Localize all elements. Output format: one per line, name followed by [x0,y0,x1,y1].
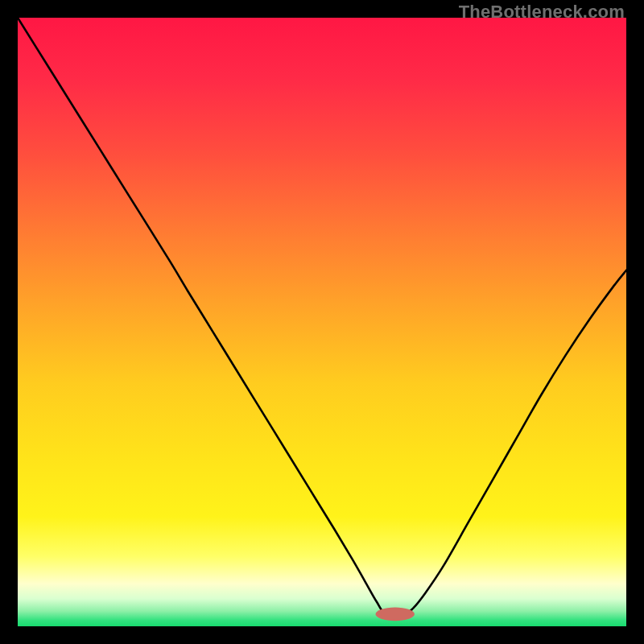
attribution-text: TheBottleneck.com [459,2,625,23]
chart-frame [18,18,626,626]
bottleneck-chart [18,18,626,626]
chart-background-gradient [18,18,626,626]
optimal-point-marker [376,608,415,621]
